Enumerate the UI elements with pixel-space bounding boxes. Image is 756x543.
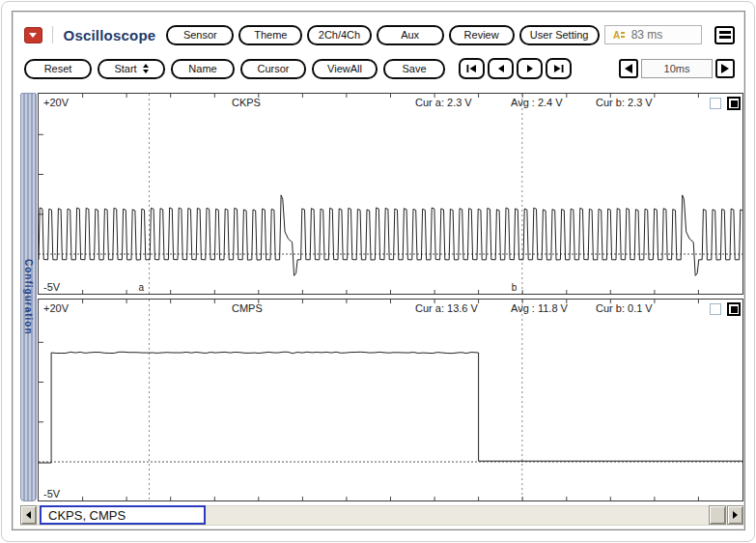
ckps-waveform bbox=[39, 94, 742, 294]
save-button[interactable]: Save bbox=[383, 59, 445, 79]
start-button[interactable]: Start bbox=[98, 59, 165, 79]
timebase-decrease-button[interactable] bbox=[619, 59, 638, 78]
page-title: Oscilloscope bbox=[64, 27, 156, 43]
display-list-button[interactable] bbox=[714, 26, 735, 44]
channel-2-select-checkbox[interactable] bbox=[710, 303, 721, 315]
channel-2-vmin-label: -5V bbox=[43, 488, 60, 500]
scroll-left-button[interactable] bbox=[20, 505, 37, 525]
channel-2-panel: +20V CMPS Cur a: 13.6 V Avg : 11.8 V Cur… bbox=[38, 299, 743, 501]
scroll-right-icon bbox=[733, 511, 738, 519]
channel-2-enabled-checkbox[interactable] bbox=[727, 302, 741, 316]
channel-2-avg-value: Avg : 11.8 V bbox=[511, 302, 568, 314]
channel-1-cursor-b-value: Cur b: 2.3 V bbox=[596, 97, 653, 108]
viewall-button[interactable]: ViewAll bbox=[312, 59, 378, 79]
list-icon bbox=[719, 31, 731, 34]
channel-mode-button[interactable]: 2Ch/4Ch bbox=[307, 25, 371, 45]
start-spinner-icon bbox=[143, 64, 149, 73]
user-setting-button[interactable]: User Setting bbox=[519, 25, 600, 45]
app-menu-button[interactable] bbox=[24, 27, 42, 43]
skip-last-button[interactable] bbox=[546, 58, 572, 79]
channel-1-enabled-checkbox[interactable] bbox=[727, 97, 741, 110]
aux-button[interactable]: Aux bbox=[377, 25, 444, 45]
timebase-increase-button[interactable] bbox=[715, 59, 735, 78]
cursor-a-label[interactable]: a bbox=[137, 282, 145, 293]
configuration-tab[interactable]: Configuration bbox=[20, 93, 37, 501]
top-toolbar: Oscilloscope Sensor Theme 2Ch/4Ch Aux Re… bbox=[24, 24, 735, 45]
screen: Oscilloscope Sensor Theme 2Ch/4Ch Aux Re… bbox=[0, 0, 756, 543]
sensor-button[interactable]: Sensor bbox=[166, 25, 234, 45]
second-toolbar: Reset Start Name Cursor ViewAll Save bbox=[24, 58, 735, 79]
configuration-tab-label: Configuration bbox=[23, 259, 34, 335]
elapsed-time-display: A 83 ms bbox=[604, 25, 703, 44]
channel-1-vmin-label: -5V bbox=[43, 281, 60, 293]
elapsed-time-value: 83 ms bbox=[631, 28, 663, 42]
skip-first-icon bbox=[466, 64, 477, 73]
cursor-b-label[interactable]: b bbox=[511, 282, 518, 293]
cursor-button[interactable]: Cursor bbox=[240, 59, 306, 79]
time-marker-icon: A bbox=[613, 29, 626, 42]
channel-2-cursor-a-value: Cur a: 13.6 V bbox=[415, 302, 478, 314]
arrow-right-icon bbox=[720, 63, 730, 74]
skip-first-button[interactable] bbox=[459, 58, 485, 79]
scrollbar-thumb[interactable] bbox=[709, 505, 726, 525]
channel-2-vmax-label: +20V bbox=[43, 302, 69, 314]
timeline-scrollbar: CKPS, CMPS bbox=[20, 505, 743, 526]
toolbar-divider bbox=[52, 26, 53, 43]
cmps-waveform bbox=[39, 300, 742, 500]
arrow-left-icon bbox=[624, 63, 633, 74]
channel-1-select-checkbox[interactable] bbox=[710, 98, 721, 109]
channel-1-avg-value: Avg : 2.4 V bbox=[511, 97, 563, 108]
step-back-button[interactable] bbox=[488, 58, 514, 79]
reset-button[interactable]: Reset bbox=[24, 59, 92, 79]
channel-1-name-label: CKPS bbox=[232, 97, 261, 108]
theme-button[interactable]: Theme bbox=[238, 25, 302, 45]
review-button[interactable]: Review bbox=[449, 25, 515, 45]
channel-1-vmax-label: +20V bbox=[43, 97, 69, 108]
channel-2-name-label: CMPS bbox=[232, 302, 263, 314]
step-forward-icon bbox=[525, 64, 535, 73]
step-forward-button[interactable] bbox=[517, 58, 543, 79]
active-channels-box[interactable]: CKPS, CMPS bbox=[40, 505, 206, 525]
playback-controls bbox=[459, 58, 572, 79]
channel-1-cursor-a-value: Cur a: 2.3 V bbox=[415, 97, 472, 108]
scroll-left-icon bbox=[26, 511, 31, 519]
step-back-icon bbox=[496, 64, 506, 73]
oscilloscope-window: Oscilloscope Sensor Theme 2Ch/4Ch Aux Re… bbox=[12, 11, 745, 530]
caret-down-icon bbox=[29, 33, 37, 38]
svg-text:A: A bbox=[613, 30, 620, 41]
skip-last-icon bbox=[553, 64, 564, 73]
channel-2-cursor-b-value: Cur b: 0.1 V bbox=[596, 302, 653, 314]
timebase-control: 10ms bbox=[619, 59, 735, 78]
timebase-value: 10ms bbox=[641, 59, 713, 78]
channel-1-panel: +20V CKPS Cur a: 2.3 V Avg : 2.4 V Cur b… bbox=[38, 93, 743, 295]
name-button[interactable]: Name bbox=[171, 59, 235, 79]
scroll-right-button[interactable] bbox=[727, 505, 743, 525]
